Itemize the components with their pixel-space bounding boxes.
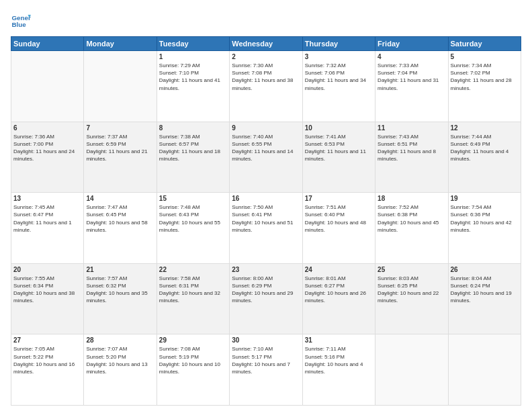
calendar-cell: 21Sunrise: 7:57 AM Sunset: 6:32 PM Dayli…: [84, 263, 157, 334]
day-info: Sunrise: 7:38 AM Sunset: 6:57 PM Dayligh…: [159, 133, 227, 163]
day-number: 28: [86, 336, 154, 344]
day-info: Sunrise: 7:10 AM Sunset: 5:17 PM Dayligh…: [232, 345, 300, 375]
calendar-cell: 8Sunrise: 7:38 AM Sunset: 6:57 PM Daylig…: [157, 122, 229, 193]
day-number: 24: [305, 266, 373, 273]
calendar-cell: 10Sunrise: 7:41 AM Sunset: 6:53 PM Dayli…: [302, 122, 375, 193]
calendar-cell: 28Sunrise: 7:07 AM Sunset: 5:20 PM Dayli…: [84, 334, 157, 406]
day-info: Sunrise: 7:45 AM Sunset: 6:47 PM Dayligh…: [13, 203, 81, 234]
logo-icon: General Blue: [11, 11, 31, 31]
weekday-header: Thursday: [302, 37, 375, 51]
calendar-cell: 4Sunrise: 7:33 AM Sunset: 7:04 PM Daylig…: [375, 51, 448, 122]
day-info: Sunrise: 7:54 AM Sunset: 6:36 PM Dayligh…: [451, 203, 519, 234]
calendar-cell: 13Sunrise: 7:45 AM Sunset: 6:47 PM Dayli…: [11, 193, 84, 264]
day-info: Sunrise: 7:58 AM Sunset: 6:31 PM Dayligh…: [159, 275, 227, 305]
calendar-cell: 14Sunrise: 7:47 AM Sunset: 6:45 PM Dayli…: [84, 193, 157, 264]
day-info: Sunrise: 7:29 AM Sunset: 7:10 PM Dayligh…: [159, 62, 227, 92]
day-info: Sunrise: 7:43 AM Sunset: 6:51 PM Dayligh…: [378, 133, 445, 163]
day-info: Sunrise: 7:07 AM Sunset: 5:20 PM Dayligh…: [86, 345, 154, 375]
calendar-week-row: 20Sunrise: 7:55 AM Sunset: 6:34 PM Dayli…: [11, 263, 521, 334]
calendar-cell: 22Sunrise: 7:58 AM Sunset: 6:31 PM Dayli…: [157, 263, 229, 334]
header: General Blue: [11, 11, 521, 31]
day-number: 13: [13, 195, 81, 202]
calendar-cell: 1Sunrise: 7:29 AM Sunset: 7:10 PM Daylig…: [157, 51, 229, 122]
day-info: Sunrise: 7:05 AM Sunset: 5:22 PM Dayligh…: [13, 345, 81, 375]
calendar-cell: 27Sunrise: 7:05 AM Sunset: 5:22 PM Dayli…: [11, 334, 84, 406]
day-info: Sunrise: 7:32 AM Sunset: 7:06 PM Dayligh…: [305, 62, 373, 92]
weekday-header: Monday: [84, 37, 157, 51]
day-number: 8: [159, 124, 227, 132]
svg-text:Blue: Blue: [12, 21, 27, 28]
day-number: 4: [378, 53, 445, 60]
day-number: 17: [305, 195, 373, 202]
day-info: Sunrise: 7:52 AM Sunset: 6:38 PM Dayligh…: [378, 203, 445, 234]
day-number: 3: [305, 53, 373, 60]
calendar-cell: 2Sunrise: 7:30 AM Sunset: 7:08 PM Daylig…: [230, 51, 302, 122]
day-number: 2: [232, 53, 300, 60]
calendar-cell: [448, 334, 521, 406]
day-number: 19: [451, 195, 519, 202]
calendar-cell: [84, 51, 157, 122]
calendar-cell: 24Sunrise: 8:01 AM Sunset: 6:27 PM Dayli…: [302, 263, 375, 334]
day-info: Sunrise: 7:33 AM Sunset: 7:04 PM Dayligh…: [378, 62, 445, 92]
day-number: 27: [13, 336, 81, 344]
calendar-cell: 15Sunrise: 7:48 AM Sunset: 6:43 PM Dayli…: [157, 193, 229, 264]
day-number: 26: [451, 266, 519, 273]
page: General Blue SundayMondayTuesdayWednesda…: [0, 0, 532, 411]
day-number: 21: [86, 266, 154, 273]
day-info: Sunrise: 7:36 AM Sunset: 7:00 PM Dayligh…: [13, 133, 81, 163]
calendar-cell: 31Sunrise: 7:11 AM Sunset: 5:16 PM Dayli…: [302, 334, 375, 406]
calendar-cell: 9Sunrise: 7:40 AM Sunset: 6:55 PM Daylig…: [230, 122, 302, 193]
calendar-cell: 16Sunrise: 7:50 AM Sunset: 6:41 PM Dayli…: [230, 193, 302, 264]
day-number: 7: [86, 124, 154, 132]
calendar-cell: 26Sunrise: 8:04 AM Sunset: 6:24 PM Dayli…: [448, 263, 521, 334]
calendar-week-row: 1Sunrise: 7:29 AM Sunset: 7:10 PM Daylig…: [11, 51, 521, 122]
calendar-week-row: 6Sunrise: 7:36 AM Sunset: 7:00 PM Daylig…: [11, 122, 521, 193]
calendar-week-row: 13Sunrise: 7:45 AM Sunset: 6:47 PM Dayli…: [11, 193, 521, 264]
day-info: Sunrise: 7:51 AM Sunset: 6:40 PM Dayligh…: [305, 203, 373, 234]
weekday-header: Tuesday: [157, 37, 229, 51]
day-info: Sunrise: 8:04 AM Sunset: 6:24 PM Dayligh…: [451, 275, 519, 305]
day-info: Sunrise: 8:01 AM Sunset: 6:27 PM Dayligh…: [305, 275, 373, 305]
day-number: 20: [13, 266, 81, 273]
calendar-cell: 3Sunrise: 7:32 AM Sunset: 7:06 PM Daylig…: [302, 51, 375, 122]
calendar-cell: 25Sunrise: 8:03 AM Sunset: 6:25 PM Dayli…: [375, 263, 448, 334]
day-number: 10: [305, 124, 373, 132]
day-number: 1: [159, 53, 227, 60]
day-number: 15: [159, 195, 227, 202]
day-info: Sunrise: 7:11 AM Sunset: 5:16 PM Dayligh…: [305, 345, 373, 375]
day-info: Sunrise: 7:47 AM Sunset: 6:45 PM Dayligh…: [86, 203, 154, 234]
day-number: 31: [305, 336, 373, 344]
day-number: 5: [451, 53, 519, 60]
day-info: Sunrise: 7:34 AM Sunset: 7:02 PM Dayligh…: [451, 62, 519, 92]
weekday-header-row: SundayMondayTuesdayWednesdayThursdayFrid…: [11, 37, 521, 51]
day-number: 25: [378, 266, 445, 273]
calendar-cell: 30Sunrise: 7:10 AM Sunset: 5:17 PM Dayli…: [230, 334, 302, 406]
day-number: 16: [232, 195, 300, 202]
day-info: Sunrise: 7:44 AM Sunset: 6:49 PM Dayligh…: [451, 133, 519, 163]
calendar-cell: [375, 334, 448, 406]
calendar-cell: 6Sunrise: 7:36 AM Sunset: 7:00 PM Daylig…: [11, 122, 84, 193]
weekday-header: Saturday: [448, 37, 521, 51]
day-info: Sunrise: 7:48 AM Sunset: 6:43 PM Dayligh…: [159, 203, 227, 234]
day-number: 29: [159, 336, 227, 344]
day-number: 11: [378, 124, 445, 132]
logo: General Blue: [11, 11, 31, 31]
calendar-cell: 17Sunrise: 7:51 AM Sunset: 6:40 PM Dayli…: [302, 193, 375, 264]
weekday-header: Wednesday: [230, 37, 302, 51]
weekday-header: Sunday: [11, 37, 84, 51]
calendar-cell: 23Sunrise: 8:00 AM Sunset: 6:29 PM Dayli…: [230, 263, 302, 334]
day-number: 23: [232, 266, 300, 273]
weekday-header: Friday: [375, 37, 448, 51]
day-number: 12: [451, 124, 519, 132]
calendar-cell: 29Sunrise: 7:08 AM Sunset: 5:19 PM Dayli…: [157, 334, 229, 406]
day-number: 18: [378, 195, 445, 202]
calendar-cell: 20Sunrise: 7:55 AM Sunset: 6:34 PM Dayli…: [11, 263, 84, 334]
day-info: Sunrise: 8:00 AM Sunset: 6:29 PM Dayligh…: [232, 275, 300, 305]
calendar-cell: 11Sunrise: 7:43 AM Sunset: 6:51 PM Dayli…: [375, 122, 448, 193]
calendar-cell: 12Sunrise: 7:44 AM Sunset: 6:49 PM Dayli…: [448, 122, 521, 193]
calendar-cell: 7Sunrise: 7:37 AM Sunset: 6:59 PM Daylig…: [84, 122, 157, 193]
day-info: Sunrise: 8:03 AM Sunset: 6:25 PM Dayligh…: [378, 275, 445, 305]
day-info: Sunrise: 7:37 AM Sunset: 6:59 PM Dayligh…: [86, 133, 154, 163]
day-info: Sunrise: 7:08 AM Sunset: 5:19 PM Dayligh…: [159, 345, 227, 375]
day-number: 9: [232, 124, 300, 132]
